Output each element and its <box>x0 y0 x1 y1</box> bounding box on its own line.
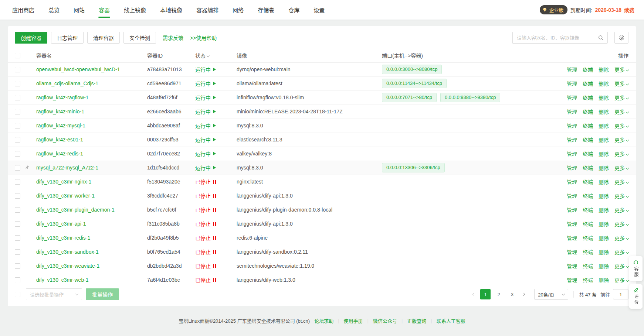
feedback-link[interactable]: 需求反馈 <box>163 34 183 41</box>
action-terminal[interactable]: 终端 <box>583 249 593 255</box>
nav-tab[interactable]: 容器 <box>92 0 117 20</box>
action-terminal[interactable]: 终端 <box>583 165 593 171</box>
action-manage[interactable]: 管理 <box>567 151 577 157</box>
page-button[interactable]: 2 <box>494 289 504 299</box>
action-delete[interactable]: 删除 <box>599 151 609 157</box>
action-more[interactable]: 更多 <box>614 123 628 129</box>
footer-link[interactable]: 论坛求助 <box>314 317 333 324</box>
footer-link[interactable]: 微信公众号 <box>373 317 397 324</box>
action-manage[interactable]: 管理 <box>567 95 577 101</box>
action-more[interactable]: 更多 <box>614 193 628 199</box>
status-badge[interactable]: 已停止 <box>195 234 216 241</box>
row-checkbox[interactable] <box>15 151 20 157</box>
nav-tab[interactable]: 存储卷 <box>251 0 281 20</box>
prev-page-button[interactable] <box>469 289 479 299</box>
action-terminal[interactable]: 终端 <box>583 151 593 157</box>
action-delete[interactable]: 删除 <box>599 165 609 171</box>
action-more[interactable]: 更多 <box>614 179 628 185</box>
container-name-link[interactable]: dify_v130_c3mr-api-1 <box>36 221 86 227</box>
action-terminal[interactable]: 终端 <box>583 277 593 282</box>
action-more[interactable]: 更多 <box>614 263 628 269</box>
action-delete[interactable]: 删除 <box>599 67 609 73</box>
action-delete[interactable]: 删除 <box>599 235 609 241</box>
action-manage[interactable]: 管理 <box>567 207 577 213</box>
action-manage[interactable]: 管理 <box>567 109 577 115</box>
select-all-checkbox[interactable] <box>15 53 20 58</box>
action-more[interactable]: 更多 <box>614 67 628 73</box>
status-badge[interactable]: 已停止 <box>195 206 216 213</box>
help-link[interactable]: >>使用帮助 <box>190 34 217 41</box>
container-name-link[interactable]: ollama_cdjs-ollama_Cdjs-1 <box>36 80 98 86</box>
action-terminal[interactable]: 终端 <box>583 137 593 143</box>
row-checkbox[interactable] <box>15 221 20 227</box>
row-checkbox[interactable] <box>15 123 20 128</box>
row-checkbox[interactable] <box>15 263 20 269</box>
nav-tab[interactable]: 应用商店 <box>5 0 41 20</box>
action-manage[interactable]: 管理 <box>567 123 577 129</box>
nav-tab[interactable]: 网络 <box>226 0 251 20</box>
nav-tab[interactable]: 本地镜像 <box>153 0 189 20</box>
review-button[interactable]: 评价 <box>629 284 643 309</box>
row-checkbox[interactable] <box>15 249 20 255</box>
action-delete[interactable]: 删除 <box>599 249 609 255</box>
action-manage[interactable]: 管理 <box>567 179 577 185</box>
action-more[interactable]: 更多 <box>614 151 628 157</box>
row-checkbox[interactable] <box>15 207 20 213</box>
status-badge[interactable]: 运行中 <box>195 136 216 143</box>
action-manage[interactable]: 管理 <box>567 81 577 87</box>
action-more[interactable]: 更多 <box>614 81 628 87</box>
enterprise-badge[interactable]: 企业版 <box>540 5 567 14</box>
search-input[interactable] <box>512 32 594 44</box>
next-page-button[interactable] <box>519 289 528 299</box>
footer-link[interactable]: 使用手册 <box>344 317 363 324</box>
row-checkbox[interactable] <box>15 277 20 282</box>
container-name-link[interactable]: dify_v130_c3mr-worker-1 <box>36 193 95 199</box>
action-delete[interactable]: 删除 <box>599 277 609 282</box>
action-terminal[interactable]: 终端 <box>583 179 593 185</box>
action-manage[interactable]: 管理 <box>567 249 577 255</box>
clean-container-button[interactable]: 清理容器 <box>87 32 120 44</box>
action-more[interactable]: 更多 <box>614 137 628 143</box>
action-manage[interactable]: 管理 <box>567 235 577 241</box>
batch-select-all-checkbox[interactable] <box>15 292 20 297</box>
container-name-link[interactable]: dify_v130_c3mr-weaviate-1 <box>36 263 99 269</box>
nav-tab[interactable]: 设置 <box>306 0 332 20</box>
footer-link[interactable]: 联系人工客服 <box>437 317 465 324</box>
status-badge[interactable]: 已停止 <box>195 220 216 227</box>
action-more[interactable]: 更多 <box>614 109 628 115</box>
nav-tab[interactable]: 网站 <box>67 0 92 20</box>
status-badge[interactable]: 已停止 <box>195 262 216 270</box>
action-terminal[interactable]: 终端 <box>583 235 593 241</box>
action-more[interactable]: 更多 <box>614 235 628 241</box>
nav-tab[interactable]: 仓库 <box>281 0 306 20</box>
log-management-button[interactable]: 日志管理 <box>51 32 84 44</box>
action-manage[interactable]: 管理 <box>567 221 577 227</box>
action-more[interactable]: 更多 <box>614 249 628 255</box>
container-name-link[interactable]: dify_v130_c3mr-plugin_daemon-1 <box>36 207 115 213</box>
action-manage[interactable]: 管理 <box>567 277 577 282</box>
action-manage[interactable]: 管理 <box>567 137 577 143</box>
action-terminal[interactable]: 终端 <box>583 193 593 199</box>
action-terminal[interactable]: 终端 <box>583 109 593 115</box>
batch-operation-button[interactable]: 批量操作 <box>86 288 119 300</box>
action-delete[interactable]: 删除 <box>599 263 609 269</box>
row-checkbox[interactable] <box>15 235 20 241</box>
action-manage[interactable]: 管理 <box>567 67 577 73</box>
container-name-link[interactable]: ragflow_kr4z-es01-1 <box>36 137 83 143</box>
container-name-link[interactable]: dify_v130_c3mr-redis-1 <box>36 235 90 241</box>
row-checkbox[interactable] <box>15 165 20 171</box>
status-badge[interactable]: 运行中 <box>195 108 216 115</box>
action-more[interactable]: 更多 <box>614 165 628 171</box>
action-delete[interactable]: 删除 <box>599 137 609 143</box>
page-button[interactable]: 3 <box>507 289 517 299</box>
page-size-select[interactable]: 20条/页 <box>534 289 568 300</box>
status-badge[interactable]: 运行中 <box>195 150 216 157</box>
settings-button[interactable] <box>614 32 628 44</box>
action-more[interactable]: 更多 <box>614 277 628 282</box>
action-delete[interactable]: 删除 <box>599 123 609 129</box>
status-badge[interactable]: 运行中 <box>195 80 216 87</box>
nav-tab[interactable]: 总览 <box>41 0 67 20</box>
action-more[interactable]: 更多 <box>614 207 628 213</box>
status-badge[interactable]: 运行中 <box>195 164 216 171</box>
action-delete[interactable]: 删除 <box>599 221 609 227</box>
